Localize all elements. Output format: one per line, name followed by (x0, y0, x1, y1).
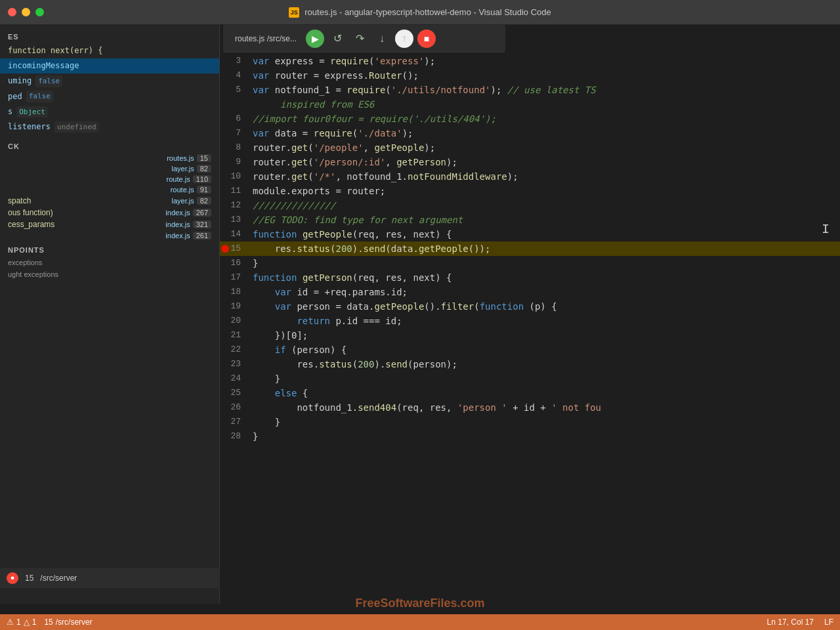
debug-play-button[interactable]: ▶ (306, 30, 324, 48)
code-line-17: 17 function getPerson(req, res, next) { (220, 270, 840, 285)
code-line-11: 11 module.exports = router; (220, 184, 840, 198)
code-line-12: 12 /////////////// (220, 198, 840, 213)
server-path: /src/server (40, 574, 77, 583)
error-count[interactable]: ⚠ 1 △ 1 (7, 618, 36, 627)
callstack-row[interactable]: spatch layer.js 82 (0, 195, 219, 207)
debug-line-indicator: 15 (25, 574, 33, 583)
breakpoints-section: NPOINTS exceptions ught exceptions (0, 241, 219, 280)
code-line-19: 19 var person = data.getPeople().filter(… (220, 299, 840, 314)
callstack-row[interactable]: route.js 91 (0, 184, 219, 195)
var-row-ped[interactable]: ped false (0, 89, 219, 104)
code-line-22: 22 if (person) { (220, 343, 840, 357)
callstack-row[interactable]: route.js 110 (0, 174, 219, 184)
debug-step-over-button[interactable]: ↷ (350, 30, 369, 48)
code-line-13: 13 //EG TODO: find type for next argumen… (220, 213, 840, 227)
code-line-4: 4 var router = express.Router(); (220, 68, 840, 83)
warning-icon: △ (24, 618, 30, 627)
code-line-15: 15 res.status(200).send(data.getPeople()… (220, 242, 840, 256)
code-line-8: 8 router.get('/people', getPeople); (220, 140, 840, 155)
code-line-28: 28 } (220, 429, 840, 444)
code-line-27: 27 } (220, 415, 840, 429)
breakpoint-marker (221, 245, 229, 253)
all-exceptions[interactable]: exceptions (0, 257, 219, 268)
var-row-s[interactable]: s Object (0, 104, 219, 119)
code-line-5: 5 var notfound_1 = require('./utils/notf… (220, 83, 840, 97)
text-cursor: I (822, 222, 830, 237)
status-right: Ln 17, Col 17 LF (767, 618, 833, 627)
code-line-10: 10 router.get('/*', notfound_1.notFoundM… (220, 169, 840, 184)
callstack-row[interactable]: layer.js 82 (0, 163, 219, 174)
code-line-23: 23 res.status(200).send(person); (220, 357, 840, 371)
line-col-status: Ln 17, Col 17 (767, 618, 814, 627)
code-line-7: 7 var data = require('./data'); (220, 126, 840, 140)
code-line-18: 18 var id = +req.params.id; (220, 285, 840, 299)
titlebar: JS routes.js - angular-typescript-hottow… (0, 0, 840, 25)
code-line-14: 14 function getPeople(req, res, next) { (220, 227, 840, 242)
traffic-lights (8, 8, 44, 16)
variables-section: ES function next(err) { incomingMessage … (0, 25, 219, 137)
uncaught-exceptions[interactable]: ught exceptions (0, 268, 219, 280)
var-scope-header: function next(err) { (0, 43, 219, 58)
file-type-icon: JS (289, 7, 299, 18)
encoding-status: LF (824, 618, 833, 627)
debug-tab-label: routes.js /src/se... (230, 32, 302, 46)
variables-title: ES (0, 28, 219, 43)
callstack-row[interactable]: index.js 261 (0, 230, 219, 241)
code-line-25: 25 else { (220, 386, 840, 400)
panel-status-bar: ● 15 /src/server (0, 568, 220, 588)
minimize-button[interactable] (22, 8, 30, 16)
main-layout: ES function next(err) { incomingMessage … (0, 25, 840, 604)
code-line-9: 9 router.get('/person/:id', getPerson); (220, 155, 840, 169)
code-line-6: 6 //import four0four = require('./utils/… (220, 112, 840, 126)
error-icon: ⚠ (7, 618, 14, 627)
breakpoint-indicator: ● (7, 572, 18, 584)
debug-step-into-button[interactable]: ↓ (373, 30, 391, 48)
code-line-20: 20 return p.id === id; (220, 314, 840, 328)
debug-stop-button[interactable]: ■ (417, 30, 436, 48)
code-line-5b: 5 inspired from ES6 (220, 97, 840, 112)
var-row-incomingmessage[interactable]: incomingMessage (0, 58, 219, 74)
code-line-3: 3 var express = require('express'); (220, 54, 840, 68)
callstack-title: CK (0, 137, 219, 153)
callstack-section: CK routes.js 15 layer.js 82 route.js (0, 137, 219, 241)
callstack-row[interactable]: ous function) index.js 267 (0, 207, 219, 219)
var-row-listeners[interactable]: listeners undefined (0, 119, 219, 135)
status-bar: ⚠ 1 △ 1 15 /src/server Ln 17, Col 17 LF (0, 614, 840, 630)
code-content-area[interactable]: 1 /* jshint node:true */ 2 'use strict';… (220, 25, 840, 604)
debug-restart-button[interactable]: ↺ (328, 30, 346, 48)
debug-panel: ES function next(err) { incomingMessage … (0, 25, 220, 604)
close-button[interactable] (8, 8, 16, 16)
code-line-21: 21 })[0]; (220, 328, 840, 343)
server-path-status: 15 /src/server (44, 618, 92, 627)
code-editor: 1 /* jshint node:true */ 2 'use strict';… (220, 25, 840, 604)
debug-step-out-button[interactable]: ↑ (395, 30, 413, 48)
status-left: ⚠ 1 △ 1 15 /src/server (7, 618, 93, 627)
var-row-uming[interactable]: uming false (0, 74, 219, 89)
code-line-26: 26 notfound_1.send404(req, res, 'person … (220, 400, 840, 415)
callstack-row[interactable]: cess_params index.js 321 (0, 219, 219, 230)
debug-toolbar: routes.js /src/se... ▶ ↺ ↷ ↓ ↑ ■ (223, 25, 505, 52)
code-line-16: 16 } (220, 256, 840, 270)
code-line-24: 24 } (220, 371, 840, 386)
callstack-row[interactable]: routes.js 15 (0, 153, 219, 163)
window-title: JS routes.js - angular-typescript-hottow… (289, 7, 551, 18)
breakpoints-title: NPOINTS (0, 241, 219, 257)
maximize-button[interactable] (35, 8, 44, 16)
